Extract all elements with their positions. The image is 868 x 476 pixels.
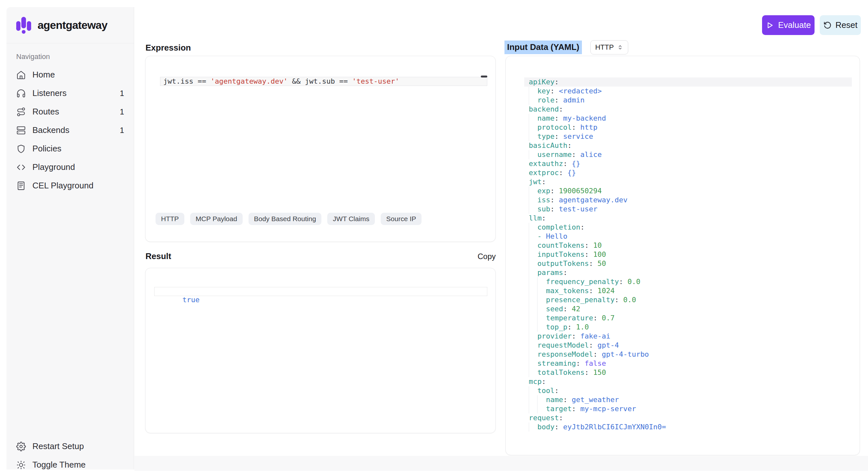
sidebar-item-routes[interactable]: Routes1 [6, 102, 134, 121]
yaml-line: role: admin [524, 96, 852, 105]
yaml-line: - Hello [524, 232, 852, 241]
sidebar-item-listeners[interactable]: Listeners1 [6, 84, 134, 102]
indent-guide [529, 123, 537, 132]
yaml-token: eyJtb2RlbCI6ICJmYXN0In0= [563, 423, 666, 431]
sidebar-item-label: Backends [32, 125, 69, 135]
footer-band [134, 456, 868, 471]
yaml-line: apiKey: [524, 78, 852, 87]
yaml-token: : [559, 414, 563, 422]
yaml-token: 10 [593, 241, 602, 249]
result-title: Result [146, 251, 171, 261]
editor-scrollbar[interactable] [481, 76, 487, 78]
yaml-line: completion: [524, 223, 852, 232]
chip-mcp-payload[interactable]: MCP Payload [190, 213, 243, 225]
yaml-token: responseModel [537, 350, 593, 358]
yaml-editor[interactable]: apiKey:key: <redacted>role: adminbackend… [524, 78, 852, 432]
yaml-token: 0.0 [623, 296, 636, 304]
yaml-token: : [542, 214, 546, 222]
yaml-token: : [550, 187, 559, 195]
sidebar-item-cel-playground[interactable]: CEL Playground [6, 176, 134, 195]
indent-guide [529, 259, 537, 268]
yaml-token: test-user [559, 205, 597, 213]
yaml-token: : [554, 114, 563, 122]
yaml-token: sub [537, 205, 550, 213]
yaml-line: streaming: false [524, 359, 852, 368]
input-data-header: Input Data (YAML) HTTP [504, 40, 628, 55]
indent-guide [529, 295, 537, 304]
chip-jwt-claims[interactable]: JWT Claims [327, 213, 375, 225]
count-badge: 1 [120, 126, 124, 135]
yaml-token: : [571, 332, 580, 340]
yaml-token: Hello [546, 232, 567, 240]
sidebar-item-label: Restart Setup [32, 441, 84, 451]
yaml-token: username [537, 150, 571, 158]
agentgateway-logo-icon [15, 16, 32, 35]
yaml-token: iss [537, 196, 550, 204]
route-icon [16, 107, 26, 117]
sidebar-item-policies[interactable]: Policies [6, 140, 134, 158]
yaml-line: provider: fake-ai [524, 332, 852, 341]
yaml-token: my-backend [563, 114, 606, 122]
yaml-token: false [585, 359, 606, 367]
reset-button[interactable]: Reset [820, 15, 861, 35]
yaml-token: role [537, 96, 554, 104]
yaml-token: : [593, 314, 602, 322]
yaml-token: extauthz [529, 159, 563, 168]
indent-guide [537, 286, 546, 295]
yaml-line: key: <redacted> [524, 87, 852, 96]
yaml-token: : [571, 123, 580, 131]
yaml-token: streaming [537, 359, 576, 367]
yaml-line: exp: 1900650294 [524, 186, 852, 196]
chip-source-ip[interactable]: Source IP [381, 213, 422, 225]
yaml-line: llm: [524, 214, 852, 223]
sidebar-item-playground[interactable]: Playground [6, 158, 134, 176]
brand[interactable]: agentgateway [6, 7, 134, 43]
yaml-token: outputTokens [537, 259, 589, 268]
indent-guide [529, 114, 537, 123]
yaml-token: 1900650294 [559, 187, 602, 195]
input-type-value: HTTP [595, 43, 614, 52]
yaml-token: exp [537, 187, 550, 195]
yaml-token: : [585, 368, 593, 377]
yaml-token: fake-ai [580, 332, 611, 340]
yaml-token: protocol [537, 123, 571, 131]
yaml-token: : [554, 132, 563, 140]
yaml-token: completion [537, 223, 580, 231]
expression-card: jwt.iss == 'agentgateway.dev' && jwt.sub… [145, 56, 496, 242]
yaml-token: provider [537, 332, 571, 340]
yaml-line: extproc: {} [524, 168, 852, 177]
yaml-token: 50 [597, 259, 606, 268]
nav-footer: Restart SetupToggle Theme [6, 437, 133, 470]
yaml-token: : [550, 205, 559, 213]
yaml-line: extauthz: {} [524, 159, 852, 168]
yaml-token: : [576, 359, 585, 367]
yaml-token: requestModel [537, 341, 589, 349]
sidebar-item-home[interactable]: Home [6, 65, 134, 84]
input-type-select[interactable]: HTTP [590, 40, 628, 55]
indent-guide [537, 295, 546, 304]
sidebar-item-restart-setup[interactable]: Restart Setup [6, 437, 133, 455]
indent-guide [529, 404, 537, 413]
rotate-ccw-icon [823, 21, 832, 30]
code-token: jwt.iss == [163, 77, 211, 85]
yaml-token: : [559, 105, 563, 113]
yaml-token: 100 [593, 250, 606, 259]
yaml-line: username: alice [524, 150, 852, 159]
indent-guide [529, 87, 537, 96]
copy-button[interactable]: Copy [477, 252, 496, 261]
yaml-token: my-mcp-server [580, 405, 636, 413]
yaml-line: countTokens: 10 [524, 241, 852, 250]
yaml-token: {} [571, 159, 580, 168]
chip-http[interactable]: HTTP [156, 213, 184, 225]
sidebar-item-toggle-theme[interactable]: Toggle Theme [6, 455, 133, 470]
expression-input[interactable]: jwt.iss == 'agentgateway.dev' && jwt.sub… [160, 77, 487, 86]
sidebar-item-label: Policies [32, 144, 62, 154]
yaml-token: backend [529, 105, 559, 113]
yaml-line: name: my-backend [524, 114, 852, 123]
chip-body-based-routing[interactable]: Body Based Routing [249, 213, 321, 225]
yaml-line: params: [524, 268, 852, 277]
sidebar-item-backends[interactable]: Backends1 [6, 121, 134, 140]
indent-guide [529, 196, 537, 205]
evaluate-button[interactable]: Evaluate [762, 15, 814, 35]
yaml-line: jwt: [524, 177, 852, 186]
